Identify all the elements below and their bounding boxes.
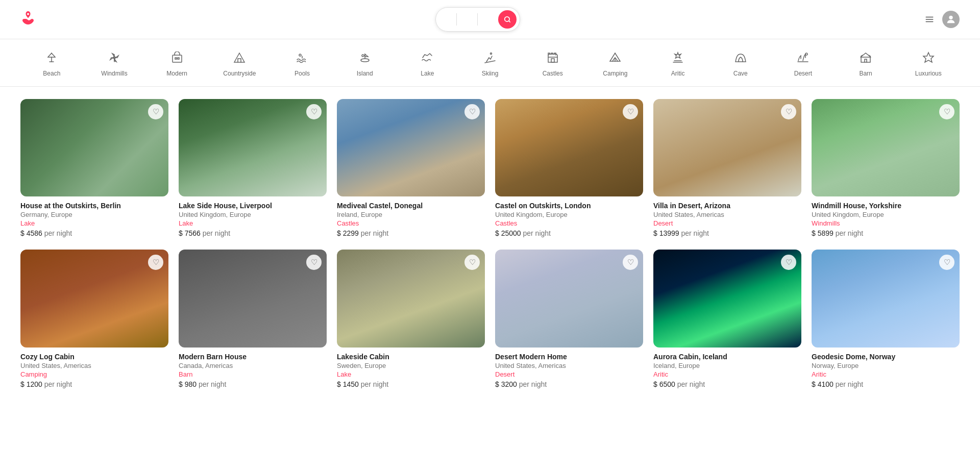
category-skiing[interactable]: Skiing (459, 47, 522, 82)
svg-point-20 (491, 53, 492, 55)
category-windmills[interactable]: Windmills (83, 47, 146, 82)
property-card-castle-london[interactable]: ♡ Castel on Outskirts, London United Kin… (495, 99, 643, 237)
price-per: per night (677, 380, 705, 388)
property-region: Norway, Europe (812, 362, 960, 369)
category-camping[interactable]: Camping (584, 47, 647, 82)
category-countryside[interactable]: Countryside (208, 47, 271, 82)
header (0, 0, 980, 39)
property-card-dome[interactable]: ♡ Geodesic Dome, Norway Norway, Europe A… (812, 250, 960, 388)
category-pools[interactable]: Pools (271, 47, 334, 82)
menu-button[interactable] (925, 15, 934, 24)
property-image (653, 250, 801, 347)
property-region: United States, Americas (495, 362, 643, 369)
property-region: Sweden, Europe (337, 362, 485, 369)
property-name: Mediveal Castel, Donegal (337, 202, 485, 210)
countryside-icon (233, 52, 246, 67)
property-price: $ 7566 per night (179, 229, 327, 237)
property-price: $ 13999 per night (653, 229, 801, 237)
aritic-label: Aritic (671, 70, 685, 77)
property-image (337, 99, 485, 196)
property-name: Geodesic Dome, Norway (812, 353, 960, 361)
price-per: per night (203, 229, 230, 237)
property-tag: Desert (653, 219, 801, 227)
property-card-windmill-yorkshire[interactable]: ♡ Windmill House, Yorkshire United Kingd… (812, 99, 960, 237)
search-guests[interactable] (478, 8, 498, 31)
property-name: Lakeside Cabin (337, 353, 485, 361)
property-card-castle-donegal[interactable]: ♡ Mediveal Castel, Donegal Ireland, Euro… (337, 99, 485, 237)
property-name: Modern Barn House (179, 353, 327, 361)
property-image (179, 99, 327, 196)
property-price: $ 980 per night (179, 380, 327, 388)
lake-icon (421, 52, 433, 67)
property-image-wrap: ♡ (812, 99, 960, 196)
category-aritic[interactable]: Aritic (647, 47, 709, 82)
castles-label: Castles (543, 70, 563, 77)
property-card-house-berlin[interactable]: ♡ House at the Outskirts, Berlin Germany… (20, 99, 168, 237)
price-per: per night (836, 229, 863, 237)
svg-point-19 (362, 55, 364, 57)
wishlist-button[interactable]: ♡ (623, 104, 638, 119)
barn-icon (860, 52, 872, 67)
price-per: per night (361, 380, 388, 388)
property-tag: Windmills (812, 219, 960, 227)
skiing-icon (484, 52, 496, 67)
wishlist-button[interactable]: ♡ (148, 104, 163, 119)
property-card-cabin3[interactable]: ♡ Lakeside Cabin Sweden, Europe Lake $ 1… (337, 250, 485, 388)
property-card-cabin2[interactable]: ♡ Modern Barn House Canada, Americas Bar… (179, 250, 327, 388)
category-luxurious[interactable]: Luxurious (897, 47, 960, 82)
lake-label: Lake (421, 70, 434, 77)
property-card-villa-arizona[interactable]: ♡ Villa in Desert, Arizona United States… (653, 99, 801, 237)
wishlist-button[interactable]: ♡ (306, 104, 322, 119)
property-card-desert-house[interactable]: ♡ Desert Modern Home United States, Amer… (495, 250, 643, 388)
search-where[interactable] (436, 8, 456, 31)
category-modern[interactable]: Modern (145, 47, 208, 82)
property-image (812, 99, 960, 196)
property-tag: Castles (495, 219, 643, 227)
property-price: $ 4586 per night (20, 229, 168, 237)
property-card-cabin1[interactable]: ♡ Cozy Log Cabin United States, Americas… (20, 250, 168, 388)
search-bar (435, 7, 520, 32)
search-button[interactable] (498, 10, 517, 29)
property-region: Ireland, Europe (337, 211, 485, 218)
price-per: per night (836, 380, 863, 388)
svg-rect-27 (861, 57, 870, 62)
logo[interactable] (20, 10, 39, 29)
category-barn[interactable]: Barn (835, 47, 897, 82)
svg-rect-11 (178, 58, 179, 59)
avatar[interactable] (942, 11, 960, 28)
property-name: Villa in Desert, Arizona (653, 202, 801, 210)
wishlist-button[interactable]: ♡ (781, 104, 796, 119)
search-when[interactable] (457, 8, 477, 31)
property-region: Canada, Americas (179, 362, 327, 369)
cave-label: Cave (733, 70, 748, 77)
property-card-lake-liverpool[interactable]: ♡ Lake Side House, Liverpool United King… (179, 99, 327, 237)
pools-icon (296, 52, 308, 67)
modern-icon (171, 52, 183, 67)
property-tag: Lake (20, 219, 168, 227)
desert-label: Desert (794, 70, 812, 77)
property-price: $ 25000 per night (495, 229, 643, 237)
castles-icon (547, 52, 559, 67)
aritic-icon (672, 52, 684, 67)
property-image-wrap: ♡ (812, 250, 960, 347)
wishlist-button[interactable]: ♡ (464, 104, 480, 119)
property-tag: Castles (337, 219, 485, 227)
property-card-aurora[interactable]: ♡ Aurora Cabin, Iceland Iceland, Europe … (653, 250, 801, 388)
property-region: United States, Americas (20, 362, 168, 369)
property-name: Cozy Log Cabin (20, 353, 168, 361)
property-name: House at the Outskirts, Berlin (20, 202, 168, 210)
category-desert[interactable]: Desert (772, 47, 835, 82)
category-cave[interactable]: Cave (709, 47, 772, 82)
property-price: $ 4100 per night (812, 380, 960, 388)
property-region: United Kingdom, Europe (495, 211, 643, 218)
category-island[interactable]: Island (333, 47, 396, 82)
category-beach[interactable]: Beach (20, 47, 83, 82)
camping-icon (609, 52, 621, 67)
category-lake[interactable]: Lake (396, 47, 459, 82)
wishlist-button[interactable]: ♡ (939, 104, 954, 119)
price-per: per night (361, 229, 388, 237)
property-price: $ 1450 per night (337, 380, 485, 388)
property-image-wrap: ♡ (20, 99, 168, 196)
property-tag: Lake (337, 370, 485, 378)
category-castles[interactable]: Castles (521, 47, 584, 82)
